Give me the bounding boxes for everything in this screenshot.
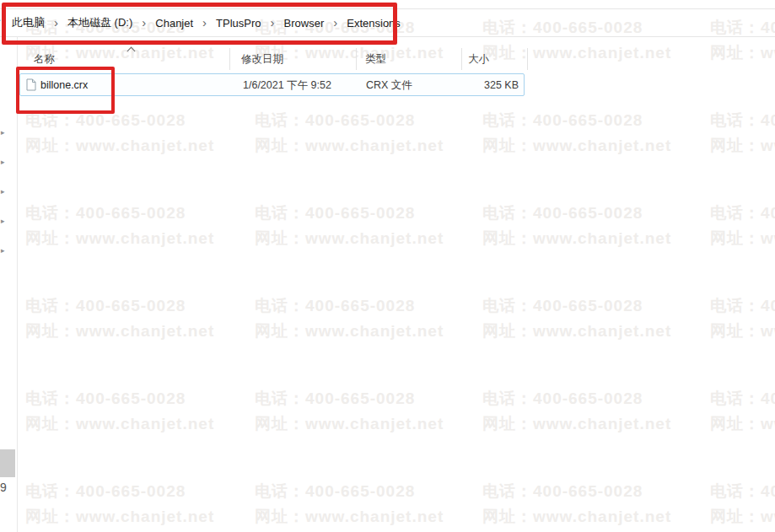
watermark-phone-text: 电话：400-665-0028 bbox=[710, 110, 775, 132]
breadcrumb-item-tpluspro[interactable]: TPlusPro bbox=[213, 17, 264, 30]
watermark-phone-text: 电话：400-665-0028 bbox=[482, 202, 643, 224]
breadcrumb-item-local-disk-d[interactable]: 本地磁盘 (D:) bbox=[64, 15, 136, 30]
cropped-text: 9 bbox=[0, 481, 7, 494]
column-header-type[interactable]: 类型 bbox=[365, 46, 386, 71]
column-header-row: 名称 修改日期 类型 大小 bbox=[0, 46, 775, 71]
watermark-site-text: 网址：www.chanjet.net bbox=[255, 506, 444, 528]
watermark-site-text: 网址：www.chanjet.net bbox=[25, 413, 214, 435]
watermark-phone-text: 电话：400-665-0028 bbox=[255, 388, 415, 410]
breadcrumb-chevron-icon[interactable]: › bbox=[136, 15, 152, 31]
file-name: billone.crx bbox=[40, 74, 88, 95]
watermark-phone-text: 电话：400-665-0028 bbox=[710, 202, 775, 224]
watermark-site-text: 网址：www.chanjet.net bbox=[255, 228, 444, 250]
watermark-phone-text: 电话：400-665-0028 bbox=[710, 481, 775, 502]
tree-expand-arrow-icon[interactable]: ▸ bbox=[1, 157, 11, 167]
watermark-site-text: 网址：www.chanjet.net bbox=[25, 228, 214, 250]
watermark-site-text: 网址：www.chanjet.net bbox=[255, 320, 444, 342]
watermark-site-text: 网址：www.chanjet.net bbox=[482, 506, 671, 528]
file-date-modified: 1/6/2021 下午 9:52 bbox=[243, 74, 331, 95]
scrollbar-thumb[interactable] bbox=[0, 449, 15, 477]
watermark-site-text: 网址：www.chanjet.net bbox=[25, 506, 214, 528]
column-divider[interactable] bbox=[356, 48, 357, 70]
watermark-phone-text: 电话：400-665-0028 bbox=[25, 388, 186, 410]
watermark-phone-text: 电话：400-665-0028 bbox=[482, 110, 643, 132]
breadcrumb-item-chanjet[interactable]: Chanjet bbox=[152, 17, 196, 30]
column-divider[interactable] bbox=[229, 48, 230, 70]
breadcrumb-chevron-icon[interactable]: › bbox=[327, 15, 343, 31]
breadcrumb-chevron-icon[interactable]: › bbox=[0, 12, 1, 26]
addressbar-bottom-border bbox=[0, 36, 775, 37]
watermark-phone-text: 电话：400-665-0028 bbox=[255, 202, 415, 224]
column-header-date-modified[interactable]: 修改日期 bbox=[241, 46, 283, 71]
watermark-site-text: 网址：www.chanjet.net bbox=[482, 135, 671, 157]
breadcrumb-chevron-icon[interactable]: › bbox=[196, 15, 213, 31]
column-divider[interactable] bbox=[461, 48, 462, 70]
watermark-site-text: 网址：www.chanjet.net bbox=[710, 320, 775, 342]
watermark-phone-text: 电话：400-665-0028 bbox=[255, 295, 415, 317]
breadcrumb-item-this-pc[interactable]: 此电脑 bbox=[8, 15, 48, 30]
column-divider[interactable] bbox=[527, 48, 528, 70]
tree-expand-arrow-icon[interactable]: ▸ bbox=[1, 216, 11, 226]
watermark-site-text: 网址：www.chanjet.net bbox=[25, 135, 214, 157]
watermark-site-text: 网址：www.chanjet.net bbox=[710, 413, 775, 435]
breadcrumb-item-extensions[interactable]: Extensions bbox=[343, 17, 404, 30]
watermark-phone-text: 电话：400-665-0028 bbox=[482, 388, 643, 410]
watermark-site-text: 网址：www.chanjet.net bbox=[255, 413, 444, 435]
watermark-site-text: 网址：www.chanjet.net bbox=[25, 320, 214, 342]
watermark-site-text: 网址：www.chanjet.net bbox=[255, 135, 444, 157]
watermark-phone-text: 电话：400-665-0028 bbox=[710, 295, 775, 317]
column-header-name[interactable]: 名称 bbox=[34, 46, 55, 71]
file-explorer-window: { "breadcrumb": { "items": ["此电脑", "本地磁盘… bbox=[0, 0, 775, 532]
watermark-phone-text: 电话：400-665-0028 bbox=[25, 110, 186, 132]
watermark-phone-text: 电话：400-665-0028 bbox=[255, 110, 415, 132]
watermark-phone-text: 电话：400-665-0028 bbox=[25, 295, 186, 317]
watermark-site-text: 网址：www.chanjet.net bbox=[482, 228, 671, 250]
watermark-phone-text: 电话：400-665-0028 bbox=[25, 202, 186, 224]
watermark-phone-text: 电话：400-665-0028 bbox=[482, 481, 643, 502]
watermark-site-text: 网址：www.chanjet.net bbox=[482, 413, 671, 435]
watermark-phone-text: 电话：400-665-0028 bbox=[710, 388, 775, 410]
breadcrumb-chevron-icon[interactable]: › bbox=[265, 15, 281, 31]
file-type: CRX 文件 bbox=[366, 74, 412, 95]
breadcrumb: 此电脑 › 本地磁盘 (D:) › Chanjet › TPlusPro › B… bbox=[8, 9, 404, 36]
file-size: 325 KB bbox=[484, 74, 519, 95]
watermark-site-text: 网址：www.chanjet.net bbox=[710, 228, 775, 250]
tree-expand-arrow-icon[interactable]: ▸ bbox=[1, 186, 11, 196]
watermark-phone-text: 电话：400-665-0028 bbox=[255, 481, 415, 502]
navigation-pane-separator bbox=[17, 36, 18, 532]
tree-expand-arrow-icon[interactable]: ▸ bbox=[1, 245, 11, 255]
watermark-site-text: 网址：www.chanjet.net bbox=[710, 506, 775, 528]
tree-expand-arrow-icon[interactable]: ▸ bbox=[1, 127, 11, 137]
watermark-site-text: 网址：www.chanjet.net bbox=[710, 135, 775, 157]
file-row-billone-crx[interactable]: billone.crx 1/6/2021 下午 9:52 CRX 文件 325 … bbox=[19, 73, 525, 96]
file-icon bbox=[26, 78, 36, 91]
breadcrumb-item-browser[interactable]: Browser bbox=[281, 17, 328, 30]
watermark-phone-text: 电话：400-665-0028 bbox=[482, 295, 643, 317]
breadcrumb-chevron-icon[interactable]: › bbox=[48, 15, 64, 31]
watermark-site-text: 网址：www.chanjet.net bbox=[482, 320, 671, 342]
watermark-phone-text: 电话：400-665-0028 bbox=[25, 481, 186, 502]
column-header-size[interactable]: 大小 bbox=[468, 46, 489, 71]
